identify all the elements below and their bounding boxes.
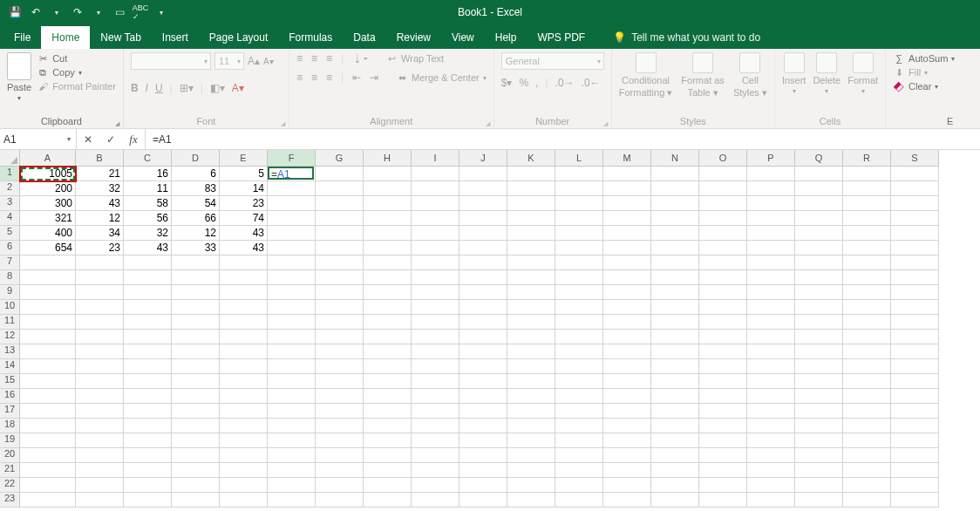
cell-C8[interactable]	[124, 270, 172, 285]
cell-Q11[interactable]	[795, 315, 843, 330]
cell-C15[interactable]	[124, 374, 172, 389]
cell-L20[interactable]	[555, 448, 603, 463]
cell-A6[interactable]: 654	[20, 241, 76, 256]
cell-R9[interactable]	[843, 285, 891, 300]
column-header-N[interactable]: N	[651, 150, 699, 167]
cell-D23[interactable]	[172, 493, 220, 508]
cell-G12[interactable]	[316, 330, 364, 344]
cell-L21[interactable]	[555, 463, 603, 478]
cell-C23[interactable]	[124, 493, 172, 508]
redo-icon[interactable]: ↷	[68, 3, 87, 22]
cell-B8[interactable]	[76, 270, 124, 285]
cell-K17[interactable]	[507, 404, 555, 419]
formula-input[interactable]: =A1	[146, 129, 980, 149]
comma-format-icon[interactable]: ,	[535, 77, 538, 89]
cell-A7[interactable]	[20, 256, 76, 270]
cell-K21[interactable]	[507, 463, 555, 478]
cell-P13[interactable]	[747, 344, 795, 359]
cell-E11[interactable]	[220, 315, 268, 330]
fill-color-button[interactable]: ◧▾	[210, 82, 225, 94]
cell-J1[interactable]	[459, 167, 507, 181]
qat-customize-icon[interactable]: ▾	[152, 3, 171, 22]
column-header-M[interactable]: M	[603, 150, 651, 167]
cell-L6[interactable]	[555, 241, 603, 256]
cell-D15[interactable]	[172, 374, 220, 389]
cell-I16[interactable]	[412, 389, 459, 404]
cell-D9[interactable]	[172, 285, 220, 300]
cell-R4[interactable]	[843, 211, 891, 226]
cell-B11[interactable]	[76, 315, 124, 330]
tab-help[interactable]: Help	[485, 26, 527, 49]
cell-J23[interactable]	[459, 493, 507, 508]
row-header-5[interactable]: 5	[0, 226, 20, 241]
row-header-8[interactable]: 8	[0, 270, 20, 285]
row-header-10[interactable]: 10	[0, 300, 20, 315]
cell-J15[interactable]	[459, 374, 507, 389]
cell-A10[interactable]	[20, 300, 76, 315]
cell-E15[interactable]	[220, 374, 268, 389]
cell-R12[interactable]	[843, 330, 891, 344]
cell-C18[interactable]	[124, 419, 172, 433]
cell-D2[interactable]: 83	[172, 181, 220, 196]
percent-format-icon[interactable]: %	[519, 77, 528, 89]
cell-I2[interactable]	[412, 181, 459, 196]
cell-edit-box[interactable]: =A1	[268, 167, 314, 180]
cell-L10[interactable]	[555, 300, 603, 315]
cell-I22[interactable]	[412, 478, 459, 493]
cell-H3[interactable]	[364, 196, 412, 211]
cell-Q17[interactable]	[795, 404, 843, 419]
cell-N23[interactable]	[651, 493, 699, 508]
align-center-icon[interactable]: ≡	[311, 72, 317, 84]
cell-E2[interactable]: 14	[220, 181, 268, 196]
touch-mode-icon[interactable]: ▭	[110, 3, 129, 22]
cell-H7[interactable]	[364, 256, 412, 270]
undo-arrow-icon[interactable]: ▾	[47, 3, 66, 22]
column-header-Q[interactable]: Q	[795, 150, 843, 167]
cell-Q3[interactable]	[795, 196, 843, 211]
cell-F2[interactable]	[268, 181, 316, 196]
spelling-icon[interactable]: ABC✓	[131, 3, 150, 22]
align-middle-icon[interactable]: ≡	[311, 52, 317, 65]
cell-I5[interactable]	[412, 226, 459, 241]
cell-B23[interactable]	[76, 493, 124, 508]
cell-F21[interactable]	[268, 463, 316, 478]
cell-O22[interactable]	[699, 478, 747, 493]
cell-G1[interactable]	[316, 167, 364, 181]
cell-A21[interactable]	[20, 463, 76, 478]
cell-J5[interactable]	[459, 226, 507, 241]
cell-E21[interactable]	[220, 463, 268, 478]
format-as-table-button[interactable]: Format as Table ▾	[681, 52, 725, 99]
cell-L13[interactable]	[555, 344, 603, 359]
tell-me-search[interactable]: 💡 Tell me what you want to do	[606, 26, 767, 49]
paste-button[interactable]: Paste ▾	[7, 52, 31, 102]
row-header-6[interactable]: 6	[0, 241, 20, 256]
cell-G20[interactable]	[316, 448, 364, 463]
decrease-font-icon[interactable]: A▾	[263, 57, 274, 66]
cell-R2[interactable]	[843, 181, 891, 196]
cell-F11[interactable]	[268, 315, 316, 330]
cell-B18[interactable]	[76, 419, 124, 433]
cell-B4[interactable]: 12	[76, 211, 124, 226]
column-header-D[interactable]: D	[172, 150, 220, 167]
cell-S15[interactable]	[891, 374, 939, 389]
cell-R16[interactable]	[843, 389, 891, 404]
cell-G14[interactable]	[316, 359, 364, 374]
cell-M15[interactable]	[603, 374, 651, 389]
cell-A3[interactable]: 300	[20, 196, 76, 211]
cell-N14[interactable]	[651, 359, 699, 374]
font-size-combo[interactable]: 11	[214, 52, 244, 70]
cell-D6[interactable]: 33	[172, 241, 220, 256]
cell-I8[interactable]	[412, 270, 459, 285]
cell-D8[interactable]	[172, 270, 220, 285]
row-header-12[interactable]: 12	[0, 330, 20, 344]
cell-S8[interactable]	[891, 270, 939, 285]
cell-D22[interactable]	[172, 478, 220, 493]
cell-Q20[interactable]	[795, 448, 843, 463]
cell-Q12[interactable]	[795, 330, 843, 344]
column-header-B[interactable]: B	[76, 150, 124, 167]
column-header-I[interactable]: I	[412, 150, 459, 167]
decrease-indent-icon[interactable]: ⇤	[352, 72, 361, 84]
cell-H13[interactable]	[364, 344, 412, 359]
cell-J22[interactable]	[459, 478, 507, 493]
cell-K3[interactable]	[507, 196, 555, 211]
